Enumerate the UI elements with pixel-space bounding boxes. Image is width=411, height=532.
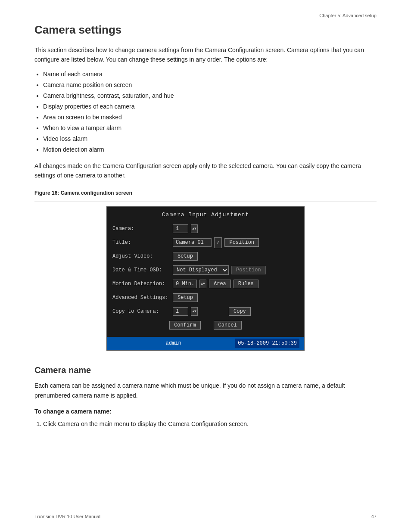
advanced-settings-control: Setup — [173, 293, 198, 302]
bullet-list: Name of each cameraCamera name position … — [43, 70, 377, 154]
motion-detection-input[interactable] — [173, 280, 197, 288]
procedure-title: To change a camera name: — [34, 407, 377, 416]
all-changes-paragraph: All changes made on the Camera Configura… — [34, 161, 377, 180]
datetime-osd-row: Date & Time OSD: Not Displayed Position — [112, 264, 299, 276]
footer-datetime-label: 05-18-2009 21:50:39 — [235, 339, 299, 348]
title-label: Title: — [112, 239, 173, 246]
copy-to-camera-spinner[interactable]: ▲▼ — [191, 307, 198, 316]
figure-divider — [34, 202, 377, 202]
advanced-settings-setup-button[interactable]: Setup — [173, 293, 198, 302]
confirm-button[interactable]: Confirm — [169, 321, 200, 330]
camera-screen-title: Camera Input Adjustment — [107, 207, 304, 222]
footer-admin-label: admin — [166, 339, 181, 347]
camera-spinner[interactable]: ▲▼ — [191, 224, 198, 233]
page-number: 47 — [371, 513, 377, 520]
datetime-osd-label: Date & Time OSD: — [112, 266, 173, 274]
step-1: Click Camera on the main menu to display… — [43, 420, 377, 429]
page: Chapter 5: Advanced setup Camera setting… — [0, 0, 411, 532]
bullet-item: Video loss alarm — [43, 134, 377, 143]
adjust-video-setup-button[interactable]: Setup — [173, 252, 198, 261]
copy-to-camera-row: Copy to Camera: ▲▼ Copy — [112, 306, 299, 317]
datetime-osd-control: Not Displayed Position — [173, 265, 266, 275]
footer-left: TruVision DVR 10 User Manual — [34, 513, 100, 520]
camera-input[interactable] — [173, 224, 188, 233]
copy-to-camera-control: ▲▼ Copy — [173, 307, 251, 316]
bullet-item: When to view a tamper alarm — [43, 124, 377, 133]
motion-detection-control: ▲▼ Area Rules — [173, 280, 258, 288]
camera-row: Camera: ▲▼ — [112, 223, 299, 234]
bullet-item: Name of each camera — [43, 70, 377, 79]
motion-area-button[interactable]: Area — [209, 280, 231, 288]
motion-detection-spinner[interactable]: ▲▼ — [199, 280, 206, 288]
copy-to-camera-label: Copy to Camera: — [112, 308, 173, 315]
datetime-osd-select[interactable]: Not Displayed — [173, 265, 229, 275]
bullet-item: Display properties of each camera — [43, 102, 377, 111]
datetime-position-button[interactable]: Position — [231, 266, 266, 274]
camera-screen: Camera Input Adjustment Camera: ▲▼ Title… — [106, 206, 305, 351]
figure-container: Camera Input Adjustment Camera: ▲▼ Title… — [34, 206, 377, 351]
copy-to-camera-input[interactable] — [173, 307, 188, 316]
motion-detection-label: Motion Detection: — [112, 280, 173, 288]
camera-screen-body: Camera: ▲▼ Title: ✓ Position — [107, 221, 304, 337]
motion-detection-row: Motion Detection: ▲▼ Area Rules — [112, 278, 299, 289]
motion-rules-button[interactable]: Rules — [234, 280, 258, 288]
confirm-cancel-row: Confirm Cancel — [112, 320, 299, 331]
advanced-settings-row: Advanced Settings: Setup — [112, 292, 299, 303]
steps-list: Click Camera on the main menu to display… — [43, 420, 377, 429]
adjust-video-row: Adjust Video: Setup — [112, 251, 299, 262]
adjust-video-label: Adjust Video: — [112, 252, 173, 260]
camera-name-paragraph: Each camera can be assigned a camera nam… — [34, 381, 377, 400]
camera-control: ▲▼ — [173, 224, 198, 233]
bullet-item: Area on screen to be masked — [43, 113, 377, 122]
copy-button[interactable]: Copy — [229, 307, 251, 316]
title-checkmark[interactable]: ✓ — [214, 237, 222, 248]
advanced-settings-label: Advanced Settings: — [112, 294, 173, 302]
camera-screen-footer: admin 05-18-2009 21:50:39 — [107, 337, 304, 350]
bullet-item: Camera brightness, contrast, saturation,… — [43, 91, 377, 100]
title-input[interactable] — [173, 238, 212, 247]
bullet-item: Camera name position on screen — [43, 81, 377, 90]
chapter-header: Chapter 5: Advanced setup — [319, 12, 377, 19]
adjust-video-control: Setup — [173, 252, 198, 261]
camera-label: Camera: — [112, 225, 173, 233]
title-row: Title: ✓ Position — [112, 237, 299, 248]
title-position-button[interactable]: Position — [224, 238, 259, 247]
intro-paragraph: This section describes how to change cam… — [34, 45, 377, 65]
subsection-title: Camera name — [34, 364, 377, 376]
figure-caption: Figure 16: Camera configuration screen — [34, 189, 377, 197]
cancel-button[interactable]: Cancel — [214, 321, 242, 330]
title-control: ✓ Position — [173, 237, 259, 248]
section-title: Camera settings — [34, 22, 377, 38]
bullet-item: Motion detection alarm — [43, 145, 377, 154]
